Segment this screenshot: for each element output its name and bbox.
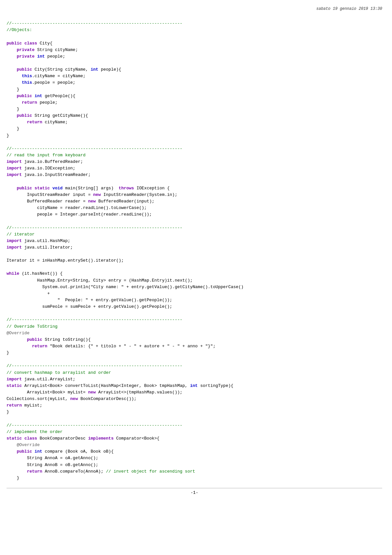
header-date: sabato 19 gennaio 2019 13:30	[7, 7, 382, 11]
footer: -1-	[7, 488, 382, 495]
code-content: //--------------------------------------…	[7, 14, 382, 481]
page-number: -1-	[190, 490, 198, 495]
